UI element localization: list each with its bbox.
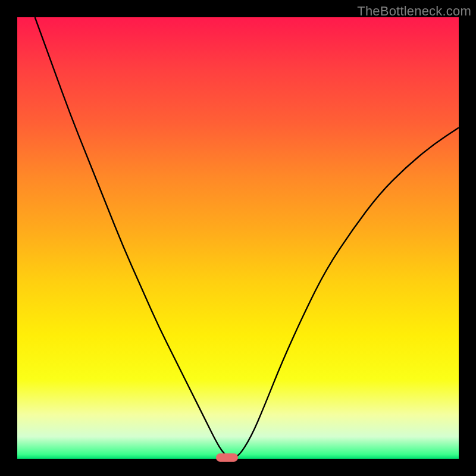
chart-curve-path bbox=[35, 17, 459, 458]
watermark-text: TheBottleneck.com bbox=[357, 4, 471, 19]
chart-plot-area bbox=[17, 17, 459, 459]
chart-curve-svg bbox=[17, 17, 459, 459]
chart-minimum-marker bbox=[216, 453, 238, 462]
chart-stage: TheBottleneck.com bbox=[0, 0, 476, 476]
